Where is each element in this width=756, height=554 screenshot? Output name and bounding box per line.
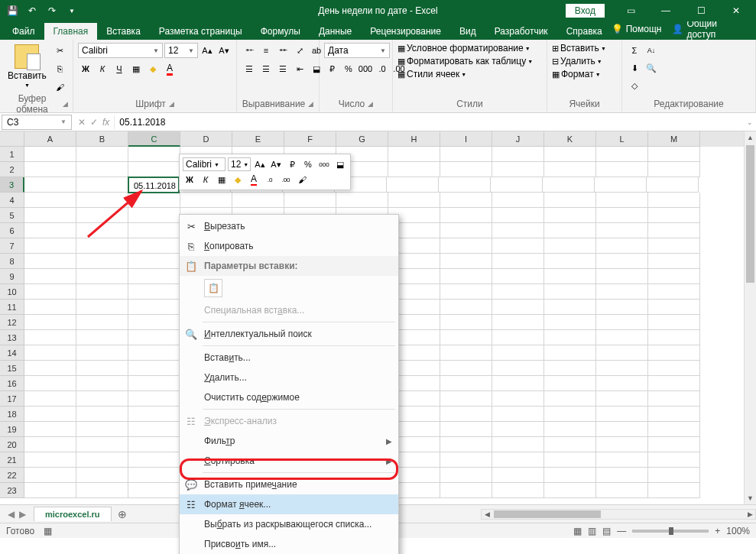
- cell[interactable]: [596, 422, 648, 437]
- cell[interactable]: [76, 452, 128, 468]
- cell[interactable]: [76, 177, 128, 193]
- cell[interactable]: [648, 422, 700, 437]
- cell[interactable]: [492, 315, 544, 330]
- cm-cut[interactable]: ✂Вырезать: [180, 216, 398, 236]
- cell[interactable]: [76, 300, 128, 315]
- border-button[interactable]: ▦: [128, 61, 144, 76]
- cell[interactable]: [492, 345, 544, 361]
- cm-sort[interactable]: Сортировка▶: [180, 451, 398, 471]
- minimize-button[interactable]: —: [649, 0, 683, 21]
- cell[interactable]: [544, 422, 596, 437]
- cell[interactable]: [492, 193, 544, 208]
- cell[interactable]: [648, 223, 700, 238]
- cell[interactable]: [128, 345, 180, 361]
- cell[interactable]: [648, 468, 700, 483]
- col-header-M[interactable]: M: [648, 131, 700, 147]
- sheet-nav-next[interactable]: ▶: [19, 509, 26, 520]
- cell[interactable]: [492, 483, 544, 498]
- cell[interactable]: [596, 452, 648, 468]
- cell[interactable]: [76, 345, 128, 361]
- cell[interactable]: [76, 238, 128, 254]
- align-bottom-button[interactable]: ⬵: [275, 43, 290, 58]
- cell[interactable]: [128, 315, 180, 330]
- number-format-combo[interactable]: Дата▼: [324, 43, 390, 58]
- scroll-left-button[interactable]: ◀: [482, 510, 492, 518]
- cell[interactable]: [648, 208, 700, 223]
- zoom-out-button[interactable]: —: [617, 526, 626, 536]
- cell[interactable]: [76, 147, 128, 162]
- cell[interactable]: [440, 147, 492, 162]
- tab-review[interactable]: Рецензирование: [361, 23, 450, 40]
- col-header-L[interactable]: L: [596, 131, 648, 147]
- italic-button[interactable]: К: [95, 61, 110, 76]
- cell[interactable]: [492, 330, 544, 345]
- tab-insert[interactable]: Вставка: [97, 23, 150, 40]
- tab-file[interactable]: Файл: [3, 23, 44, 40]
- cell[interactable]: [492, 269, 544, 284]
- enter-formula-button[interactable]: ✓: [90, 117, 98, 128]
- mt-decrease-font[interactable]: A▾: [269, 157, 283, 171]
- cell[interactable]: [76, 437, 128, 452]
- delete-cells-button[interactable]: ⊟ Удалить ▼: [552, 56, 602, 66]
- cell[interactable]: [440, 407, 492, 422]
- cell[interactable]: 05.11.2018: [128, 177, 180, 193]
- cell[interactable]: [76, 361, 128, 376]
- increase-font-button[interactable]: A▴: [200, 43, 215, 58]
- font-color-button[interactable]: A: [162, 61, 177, 76]
- cell[interactable]: [76, 422, 128, 437]
- cell[interactable]: [648, 483, 700, 498]
- cell[interactable]: [648, 300, 700, 315]
- row-header-5[interactable]: 5: [0, 208, 24, 223]
- cell[interactable]: [76, 193, 128, 208]
- tab-developer[interactable]: Разработчик: [485, 23, 557, 40]
- clear-button[interactable]: ◇: [627, 78, 642, 93]
- cell[interactable]: [440, 483, 492, 498]
- zoom-in-button[interactable]: +: [715, 526, 720, 536]
- cm-quick-analysis[interactable]: ☷Экспресс-анализ: [180, 411, 398, 431]
- comma-button[interactable]: 000: [358, 61, 373, 76]
- row-header-14[interactable]: 14: [0, 345, 24, 361]
- find-button[interactable]: 🔍: [644, 60, 659, 76]
- cell[interactable]: [24, 284, 76, 300]
- row-header-4[interactable]: 4: [0, 193, 24, 208]
- format-painter-button[interactable]: 🖌: [53, 79, 68, 95]
- cell[interactable]: [128, 254, 180, 269]
- vertical-scrollbar[interactable]: ▲ ▼: [744, 131, 756, 504]
- cell[interactable]: [24, 269, 76, 284]
- cell[interactable]: [76, 269, 128, 284]
- cell[interactable]: [596, 361, 648, 376]
- cell-styles-button[interactable]: ▦ Стили ячеек ▼: [397, 69, 466, 79]
- cell[interactable]: [648, 193, 700, 208]
- cell[interactable]: [76, 162, 128, 177]
- row-header-9[interactable]: 9: [0, 269, 24, 284]
- cell[interactable]: [388, 193, 440, 208]
- cell[interactable]: [128, 468, 180, 483]
- cell[interactable]: [544, 437, 596, 452]
- cm-insert[interactable]: Вставить...: [180, 348, 398, 368]
- cell[interactable]: [492, 284, 544, 300]
- cell[interactable]: [440, 437, 492, 452]
- undo-button[interactable]: ↶: [23, 2, 41, 20]
- cell[interactable]: [648, 238, 700, 254]
- cell[interactable]: [24, 437, 76, 452]
- cell[interactable]: [544, 391, 596, 407]
- tab-pagelayout[interactable]: Разметка страницы: [150, 23, 251, 40]
- cell[interactable]: [24, 254, 76, 269]
- cell[interactable]: [128, 238, 180, 254]
- cm-define-name[interactable]: Присвоить имя...: [180, 534, 398, 554]
- cell[interactable]: [544, 193, 596, 208]
- cell[interactable]: [440, 300, 492, 315]
- cell[interactable]: [336, 193, 388, 208]
- cell[interactable]: [596, 376, 648, 391]
- cell[interactable]: [544, 284, 596, 300]
- share-button[interactable]: 👤 Общий доступ: [672, 18, 748, 40]
- number-launcher[interactable]: ◢: [368, 100, 373, 108]
- cell[interactable]: [24, 330, 76, 345]
- row-header-15[interactable]: 15: [0, 361, 24, 376]
- cell[interactable]: [440, 284, 492, 300]
- cell[interactable]: [440, 193, 492, 208]
- row-header-6[interactable]: 6: [0, 223, 24, 238]
- hscroll-thumb[interactable]: [494, 510, 601, 518]
- cell[interactable]: [492, 391, 544, 407]
- cell[interactable]: [647, 177, 699, 193]
